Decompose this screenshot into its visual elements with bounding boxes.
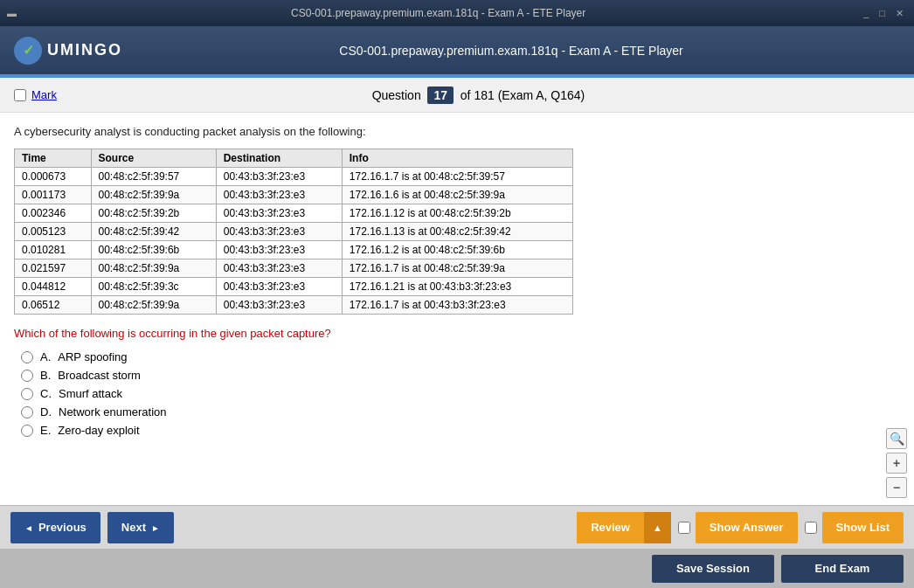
show-answer-container: Show Answer (678, 512, 798, 543)
next-button[interactable]: Next (107, 512, 174, 543)
table-cell: 0.002346 (15, 204, 92, 223)
answer-options: A.ARP spoofingB.Broadcast stormC.Smurf a… (21, 350, 900, 437)
table-cell: 172.16.1.21 is at 00:43:b3:3f:23:e3 (342, 278, 572, 296)
table-cell: 172.16.1.2 is at 00:48:c2:5f:39:6b (342, 241, 572, 259)
table-cell: 172.16.1.7 is at 00:48:c2:5f:39:57 (342, 168, 572, 186)
answer-letter: A. (40, 350, 51, 363)
table-row: 0.02159700:48:c2:5f:39:9a00:43:b3:3f:23:… (15, 259, 573, 278)
table-cell: 00:43:b3:3f:23:e3 (216, 223, 342, 241)
answer-letter: C. (40, 387, 52, 400)
logo-icon: ✓ (14, 37, 42, 65)
table-cell: 0.021597 (15, 259, 92, 278)
search-zoom-button[interactable]: 🔍 (886, 428, 907, 449)
logo-text: UMINGO (47, 41, 122, 59)
table-cell: 00:43:b3:3f:23:e3 (216, 186, 342, 204)
mark-label[interactable]: Mark (31, 88, 57, 101)
answer-letter: E. (40, 424, 51, 437)
answer-text: Broadcast storm (58, 369, 141, 382)
bottom-action-bar: Save Session End Exam (0, 549, 914, 588)
review-group: Review ▲ (577, 512, 671, 543)
table-cell: 00:43:b3:3f:23:e3 (216, 296, 342, 315)
col-source: Source (91, 149, 216, 168)
previous-label: Previous (38, 521, 87, 534)
show-answer-button[interactable]: Show Answer (696, 512, 798, 543)
answer-radio-b[interactable] (21, 370, 33, 382)
col-destination: Destination (216, 149, 342, 168)
table-row: 0.00234600:48:c2:5f:39:2b00:43:b3:3f:23:… (15, 204, 573, 223)
table-row: 0.0651200:48:c2:5f:39:9a00:43:b3:3f:23:e… (15, 296, 573, 315)
answer-text: ARP spoofing (58, 350, 127, 363)
answer-option[interactable]: E.Zero-day exploit (21, 424, 900, 437)
show-answer-label: Show Answer (710, 521, 784, 534)
table-row: 0.04481200:48:c2:5f:39:3c00:43:b3:3f:23:… (15, 278, 573, 296)
show-list-button[interactable]: Show List (822, 512, 904, 543)
answer-radio-c[interactable] (21, 388, 33, 400)
col-info: Info (342, 149, 572, 168)
prev-arrow-icon (24, 521, 33, 534)
question-label: Question (372, 88, 421, 102)
question-header: Mark Question 17 of 181 (Exam A, Q164) (0, 78, 914, 113)
table-cell: 00:48:c2:5f:39:9a (91, 296, 216, 315)
review-label: Review (591, 521, 630, 534)
table-cell: 172.16.1.6 is at 00:48:c2:5f:39:9a (342, 186, 572, 204)
answer-radio-a[interactable] (21, 351, 33, 363)
previous-button[interactable]: Previous (10, 512, 100, 543)
table-cell: 00:48:c2:5f:39:9a (91, 259, 216, 278)
answer-option[interactable]: C.Smurf attack (21, 387, 900, 400)
answer-radio-d[interactable] (21, 406, 33, 419)
table-cell: 00:43:b3:3f:23:e3 (216, 259, 342, 278)
table-cell: 0.06512 (15, 296, 92, 315)
table-cell: 172.16.1.12 is at 00:48:c2:5f:39:2b (342, 204, 572, 223)
title-bar-left: ▬ (7, 8, 17, 18)
review-dropdown-button[interactable]: ▲ (644, 512, 671, 543)
zoom-in-button[interactable]: + (886, 453, 907, 474)
table-cell: 0.010281 (15, 241, 92, 259)
maximize-button[interactable]: □ (876, 8, 889, 19)
answer-letter: B. (40, 369, 51, 382)
table-cell: 00:48:c2:5f:39:2b (91, 204, 216, 223)
answer-text: Network enumeration (59, 405, 167, 419)
review-button[interactable]: Review (577, 512, 644, 543)
answer-option[interactable]: A.ARP spoofing (21, 350, 900, 363)
answer-option[interactable]: B.Broadcast storm (21, 369, 900, 382)
next-label: Next (121, 521, 146, 534)
table-cell: 0.005123 (15, 223, 92, 241)
table-cell: 00:48:c2:5f:39:57 (91, 168, 216, 186)
save-session-button[interactable]: Save Session (652, 555, 774, 583)
table-row: 0.00067300:48:c2:5f:39:5700:43:b3:3f:23:… (15, 168, 573, 186)
table-cell: 00:43:b3:3f:23:e3 (216, 204, 342, 223)
minimize-button[interactable]: _ (860, 8, 872, 19)
table-cell: 00:48:c2:5f:39:3c (91, 278, 216, 296)
show-answer-checkbox[interactable] (678, 522, 690, 534)
question-text: A cybersecurity analyst is conducting pa… (14, 125, 900, 138)
logo: ✓ UMINGO (14, 37, 122, 65)
header-title: CS0-001.prepaway.premium.exam.181q - Exa… (122, 44, 900, 58)
answer-option[interactable]: D.Network enumeration (21, 405, 900, 419)
show-list-checkbox[interactable] (805, 522, 817, 534)
mark-checkbox[interactable] (14, 89, 26, 101)
table-cell: 172.16.1.7 is at 00:48:c2:5f:39:9a (342, 259, 572, 278)
show-list-label: Show List (836, 521, 890, 534)
title-bar-controls[interactable]: _ □ ✕ (860, 8, 907, 19)
main-content: A cybersecurity analyst is conducting pa… (0, 113, 914, 505)
table-cell: 00:48:c2:5f:39:6b (91, 241, 216, 259)
answer-radio-e[interactable] (21, 425, 33, 437)
table-row: 0.01028100:48:c2:5f:39:6b00:43:b3:3f:23:… (15, 241, 573, 259)
zoom-out-button[interactable]: − (886, 477, 907, 498)
end-exam-button[interactable]: End Exam (781, 555, 904, 583)
mark-checkbox-container[interactable]: Mark (14, 88, 57, 101)
question-number-display: Question 17 of 181 (Exam A, Q164) (57, 88, 900, 102)
table-cell: 172.16.1.13 is at 00:48:c2:5f:39:42 (342, 223, 572, 241)
answer-text: Smurf attack (59, 387, 122, 400)
packet-table: Time Source Destination Info 0.00067300:… (14, 149, 573, 315)
close-button[interactable]: ✕ (892, 8, 907, 19)
table-cell: 172.16.1.7 is at 00:43:b3:3f:23:e3 (342, 296, 572, 315)
zoom-controls: 🔍 + − (886, 428, 907, 498)
question-number: 17 (427, 86, 454, 104)
table-cell: 00:48:c2:5f:39:9a (91, 186, 216, 204)
next-arrow-icon (151, 521, 160, 534)
table-cell: 0.001173 (15, 186, 92, 204)
bottom-toolbar: Previous Next Review ▲ Show Answer Show … (0, 505, 914, 549)
table-row: 0.00117300:48:c2:5f:39:9a00:43:b3:3f:23:… (15, 186, 573, 204)
table-cell: 0.000673 (15, 168, 92, 186)
